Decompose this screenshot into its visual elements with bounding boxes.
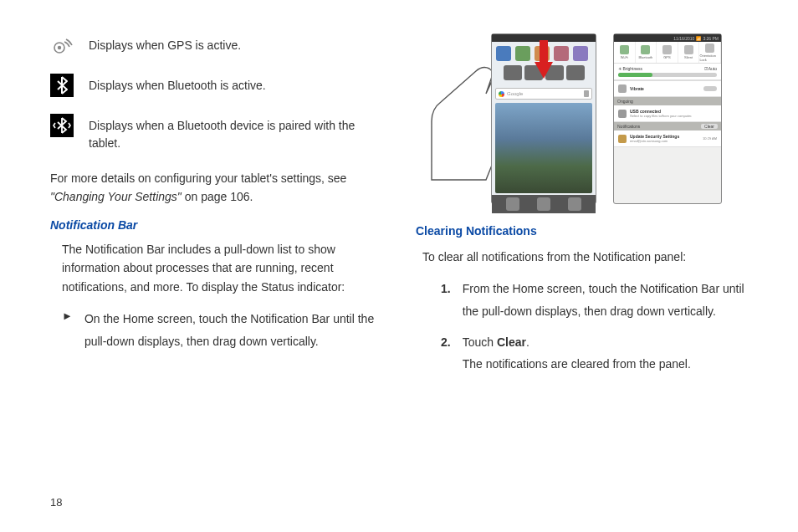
- svg-point-1: [58, 46, 61, 49]
- notification-bar-step: On the Home screen, touch the Notificati…: [84, 308, 382, 352]
- triangle-bullet-icon: ►: [62, 308, 73, 352]
- figure-notification-pulldown: Google 11/16/2010 📶 3:26: [416, 33, 748, 204]
- more-details-para: For more details on configuring your tab…: [50, 169, 382, 207]
- notification-bar-body: The Notification Bar includes a pull-dow…: [50, 240, 382, 296]
- gps-desc: Displays when GPS is active.: [89, 33, 241, 54]
- heading-notification-bar: Notification Bar: [50, 218, 382, 232]
- clearing-intro: To clear all notifications from the Noti…: [422, 248, 748, 266]
- step-number: 1.: [441, 278, 451, 322]
- page-number: 18: [50, 496, 62, 509]
- search-placeholder: Google: [507, 91, 581, 96]
- svg-rect-2: [540, 40, 548, 64]
- bluetooth-paired-icon: [50, 114, 74, 137]
- xref-changing-settings: "Changing Your Settings": [50, 190, 182, 203]
- heading-clearing-notifications: Clearing Notifications: [416, 224, 748, 238]
- gps-icon: [50, 33, 74, 57]
- bluetooth-paired-desc: Displays when a Bluetooth device is pair…: [89, 114, 382, 152]
- step-number: 2.: [441, 331, 451, 376]
- bluetooth-desc: Displays when Bluetooth is active.: [89, 74, 266, 95]
- bluetooth-icon: [50, 74, 74, 97]
- step-2-text: Touch Clear. The notifications are clear…: [463, 331, 691, 376]
- step-1-text: From the Home screen, touch the Notifica…: [463, 278, 748, 322]
- clear-button-mock: Clear: [701, 124, 718, 129]
- phone-notification-panel-mock: 11/16/2010 📶 3:26 PM Wi-Fi Bluetooth GPS…: [613, 33, 722, 204]
- drag-down-arrow-icon: [535, 40, 553, 79]
